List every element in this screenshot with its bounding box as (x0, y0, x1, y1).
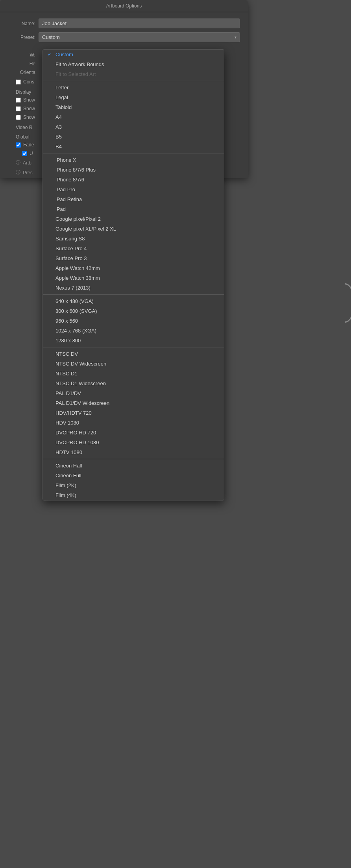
title-bar: Artboard Options (0, 0, 248, 12)
dropdown-item-ntsc-dv-wide[interactable]: NTSC DV Widescreen (43, 359, 224, 369)
dropdown-item-b5[interactable]: B5 (43, 132, 224, 142)
dropdown-item-fit-artwork[interactable]: Fit to Artwork Bounds (43, 59, 224, 69)
dropdown-divider (43, 81, 224, 81)
constraint-label: Cons (23, 79, 34, 85)
u-label: U (30, 151, 33, 156)
dropdown-item-tabloid[interactable]: Tabloid (43, 102, 224, 112)
decorative-circle (335, 283, 351, 323)
window-title: Artboard Options (106, 3, 142, 9)
dropdown-item-b4[interactable]: B4 (43, 142, 224, 151)
show1-checkbox[interactable] (16, 98, 21, 103)
artb-info-text: Artb (23, 160, 31, 166)
dropdown-item-fit-selected: Fit to Selected Art (43, 69, 224, 79)
dropdown-item-ntsc-dv[interactable]: NTSC DV (43, 349, 224, 359)
dropdown-item-ntsc-d1[interactable]: NTSC D1 (43, 369, 224, 379)
dropdown-item-1280x800[interactable]: 1280 x 800 (43, 336, 224, 345)
preset-row: Preset: Custom ▾ (8, 32, 240, 42)
dropdown-item-ipad-retina[interactable]: iPad Retina (43, 194, 224, 204)
dropdown-item-640x480[interactable]: 640 x 480 (VGA) (43, 296, 224, 306)
name-input[interactable] (39, 18, 240, 28)
dropdown-item-apple-watch-42[interactable]: Apple Watch 42mm (43, 263, 224, 273)
preset-dropdown: CustomFit to Artwork BoundsFit to Select… (42, 49, 224, 500)
dropdown-item-iphone-876-plus[interactable]: iPhone 8/7/6 Plus (43, 165, 224, 175)
u-checkbox[interactable] (22, 151, 27, 156)
dropdown-item-ipad[interactable]: iPad (43, 204, 224, 214)
dropdown-item-surface-pro-3[interactable]: Surface Pro 3 (43, 253, 224, 263)
dropdown-divider (43, 153, 224, 153)
constraint-checkbox[interactable] (16, 79, 21, 85)
dropdown-item-google-pixel[interactable]: Google pixel/Pixel 2 (43, 214, 224, 224)
dropdown-item-960x560[interactable]: 960 x 560 (43, 316, 224, 326)
preset-select[interactable]: Custom ▾ (39, 32, 240, 42)
dropdown-item-film-4k[interactable]: Film (4K) (43, 490, 224, 500)
name-row: Name: (8, 18, 240, 28)
name-label: Name: (8, 21, 35, 26)
dropdown-item-dvcpro-1080[interactable]: DVCPRO HD 1080 (43, 438, 224, 447)
preset-label: Preset: (8, 35, 35, 40)
info-icon-2: ⓘ (16, 169, 20, 176)
chevron-down-icon: ▾ (235, 35, 236, 39)
preset-value: Custom (42, 34, 60, 40)
height-label: He (8, 61, 35, 66)
dropdown-item-google-pixel-xl[interactable]: Google pixel XL/Pixel 2 XL (43, 224, 224, 234)
fade-label: Fade (23, 142, 34, 148)
dropdown-divider (43, 459, 224, 459)
dropdown-item-a4[interactable]: A4 (43, 112, 224, 122)
show3-checkbox[interactable] (16, 115, 21, 120)
orientation-label: Orienta (8, 70, 35, 75)
dropdown-item-cineon-half[interactable]: Cineon Half (43, 461, 224, 471)
dropdown-item-pal-d1-wide[interactable]: PAL D1/DV Widescreen (43, 398, 224, 408)
dropdown-item-surface-pro-4[interactable]: Surface Pro 4 (43, 244, 224, 253)
dropdown-item-cineon-full[interactable]: Cineon Full (43, 471, 224, 480)
dropdown-item-ntsc-d1-wide[interactable]: NTSC D1 Widescreen (43, 379, 224, 388)
dropdown-item-film-2k[interactable]: Film (2K) (43, 480, 224, 490)
dropdown-item-hdtv-1080[interactable]: HDTV 1080 (43, 447, 224, 457)
dropdown-item-ipad-pro[interactable]: iPad Pro (43, 185, 224, 194)
show2-label: Show (23, 106, 35, 111)
show3-label: Show (23, 115, 35, 120)
dropdown-item-legal[interactable]: Legal (43, 92, 224, 102)
dropdown-item-letter[interactable]: Letter (43, 83, 224, 92)
dropdown-item-iphone-x[interactable]: iPhone X (43, 155, 224, 165)
show2-checkbox[interactable] (16, 106, 21, 111)
dropdown-item-800x600[interactable]: 800 x 600 (SVGA) (43, 306, 224, 316)
dropdown-item-nexus-7[interactable]: Nexus 7 (2013) (43, 283, 224, 293)
info-icon-1: ⓘ (16, 159, 20, 166)
show1-label: Show (23, 97, 35, 103)
form-area: Name: Preset: Custom ▾ (0, 12, 248, 52)
dropdown-item-pal-d1[interactable]: PAL D1/DV (43, 388, 224, 398)
dropdown-item-samsung-s8[interactable]: Samsung S8 (43, 234, 224, 244)
dropdown-item-custom[interactable]: Custom (43, 50, 224, 59)
dropdown-item-1024x768[interactable]: 1024 x 768 (XGA) (43, 326, 224, 336)
dropdown-item-hdv-1080[interactable]: HDV 1080 (43, 418, 224, 428)
fade-checkbox[interactable] (16, 142, 21, 148)
width-label: W: (8, 52, 35, 58)
dropdown-item-a3[interactable]: A3 (43, 122, 224, 132)
dropdown-divider (43, 347, 224, 347)
dropdown-item-dvcpro-720[interactable]: DVCPRO HD 720 (43, 428, 224, 438)
dropdown-item-hdv-720[interactable]: HDV/HDTV 720 (43, 408, 224, 418)
dropdown-divider (43, 294, 224, 295)
dropdown-item-iphone-876[interactable]: iPhone 8/7/6 (43, 175, 224, 185)
pres-info-text: Pres (23, 170, 33, 175)
dropdown-item-apple-watch-38[interactable]: Apple Watch 38mm (43, 273, 224, 283)
